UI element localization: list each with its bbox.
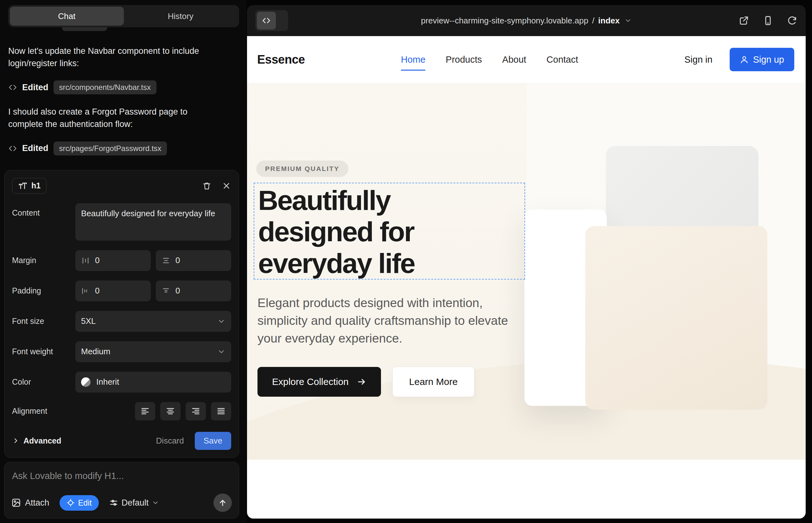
topbar-actions <box>739 15 797 26</box>
edit-mode-button[interactable]: Edit <box>59 495 99 511</box>
website-preview: Essence Home Products About Contact Sign… <box>247 36 806 519</box>
margin-vertical-value: 0 <box>175 255 180 265</box>
content-label: Content <box>12 203 75 217</box>
alignment-label: Alignment <box>12 407 75 416</box>
font-weight-value: Medium <box>81 347 110 357</box>
user-icon <box>740 55 749 64</box>
assistant-message: Now let's update the Navbar component to… <box>8 45 203 70</box>
chat-messages: Now let's update the Navbar component to… <box>0 27 246 458</box>
align-right-button[interactable] <box>186 402 206 420</box>
padding-horizontal-input[interactable]: 0 <box>75 281 151 301</box>
close-icon[interactable] <box>222 181 231 191</box>
color-swatch-icon <box>81 377 91 387</box>
margin-vertical-icon <box>161 256 170 265</box>
save-button[interactable]: Save <box>195 432 231 450</box>
color-select[interactable]: Inherit <box>75 372 231 393</box>
explore-collection-button[interactable]: Explore Collection <box>258 367 381 397</box>
text-size-icon <box>18 181 28 191</box>
tab-history[interactable]: History <box>124 7 238 26</box>
site-logo[interactable]: Essence <box>257 53 305 67</box>
edited-label: Edited <box>22 143 49 153</box>
alignment-buttons <box>75 402 231 420</box>
edited-file-row: Edited src/components/Navbar.tsx <box>8 80 246 94</box>
padding-vertical-icon <box>161 287 170 295</box>
file-pill[interactable]: src/pages/ForgotPassword.tsx <box>54 142 167 156</box>
model-default-button[interactable]: Default <box>109 498 160 508</box>
margin-vertical-input[interactable]: 0 <box>156 250 231 271</box>
nav-link-home[interactable]: Home <box>401 54 425 65</box>
trash-icon[interactable] <box>202 181 212 191</box>
padding-horizontal-value: 0 <box>95 286 100 296</box>
nav-link-contact[interactable]: Contact <box>547 54 578 65</box>
learn-more-button[interactable]: Learn More <box>392 366 474 397</box>
url-path: index <box>598 16 620 26</box>
advanced-label: Advanced <box>23 436 61 446</box>
hero-heading[interactable]: Beautifully designed for everyday life <box>254 183 463 279</box>
send-button[interactable] <box>213 493 232 512</box>
code-icon <box>8 144 17 153</box>
font-size-label: Font size <box>12 317 75 326</box>
padding-vertical-value: 0 <box>175 286 180 296</box>
tab-chat[interactable]: Chat <box>10 7 124 26</box>
align-left-button[interactable] <box>135 402 155 420</box>
sign-up-button[interactable]: Sign up <box>730 48 794 71</box>
mobile-preview-icon[interactable] <box>763 15 773 26</box>
advanced-row: Advanced Discard Save <box>12 432 231 450</box>
external-link-icon[interactable] <box>739 15 749 26</box>
hero-cta-row: Explore Collection Learn More <box>258 366 474 397</box>
element-tag-label: h1 <box>31 181 40 190</box>
arrow-right-icon <box>357 377 366 386</box>
margin-horizontal-icon <box>81 256 90 265</box>
code-icon <box>8 83 17 92</box>
element-inspector: h1 Content Beautifully designed for ever… <box>4 170 239 458</box>
chevron-down-icon[interactable] <box>624 17 632 24</box>
content-textarea[interactable]: Beautifully designed for everyday life <box>75 203 231 240</box>
font-size-value: 5XL <box>81 316 96 326</box>
align-center-button[interactable] <box>160 402 180 420</box>
padding-vertical-input[interactable]: 0 <box>156 281 231 301</box>
h1-selection-outline[interactable]: Beautifully designed for everyday life <box>254 183 525 279</box>
inspector-header: h1 <box>12 178 231 194</box>
margin-label: Margin <box>12 256 75 265</box>
margin-horizontal-input[interactable]: 0 <box>75 250 151 271</box>
padding-horizontal-icon <box>81 287 90 295</box>
site-navbar: Essence Home Products About Contact Sign… <box>247 36 806 83</box>
sliders-icon <box>109 498 119 507</box>
assistant-message: I should also create a Forgot Password p… <box>8 106 203 130</box>
font-weight-select[interactable]: Medium <box>75 341 231 362</box>
color-row: Color Inherit <box>12 372 231 393</box>
file-pill[interactable]: src/components/Navbar.tsx <box>54 80 156 94</box>
hero-section: PREMIUM QUALITY Beautifully designed for… <box>247 83 806 460</box>
target-icon <box>67 499 75 507</box>
attach-button[interactable]: Attach <box>12 498 49 508</box>
refresh-icon[interactable] <box>787 15 797 26</box>
url-bar[interactable]: preview--charming-site-symphony.lovable.… <box>421 16 632 26</box>
font-size-select[interactable]: 5XL <box>75 311 231 332</box>
chevron-down-icon <box>152 499 159 507</box>
nav-link-products[interactable]: Products <box>446 54 482 65</box>
nav-link-about[interactable]: About <box>502 54 526 65</box>
font-size-row: Font size 5XL <box>12 311 231 332</box>
sign-in-link[interactable]: Sign in <box>684 54 712 65</box>
font-weight-label: Font weight <box>12 347 75 356</box>
discard-button[interactable]: Discard <box>153 432 187 450</box>
image-icon <box>12 498 21 507</box>
advanced-toggle[interactable]: Advanced <box>12 436 61 446</box>
default-label: Default <box>122 498 149 508</box>
edited-label: Edited <box>22 83 49 92</box>
attach-label: Attach <box>25 498 49 508</box>
chevron-down-icon <box>217 317 226 325</box>
chevron-right-icon <box>12 437 20 445</box>
preview-topbar: preview--charming-site-symphony.lovable.… <box>247 5 806 36</box>
composer-toolbar: Attach Edit Default <box>12 493 232 512</box>
alignment-row: Alignment <box>12 402 231 420</box>
preview-region: preview--charming-site-symphony.lovable.… <box>246 0 812 523</box>
margin-row: Margin 0 0 <box>12 250 231 271</box>
margin-horizontal-value: 0 <box>95 255 100 265</box>
site-nav-links: Home Products About Contact <box>401 54 578 65</box>
align-justify-button[interactable] <box>211 402 231 420</box>
nav-auth-actions: Sign in Sign up <box>684 48 794 71</box>
code-toggle-button[interactable] <box>257 12 276 30</box>
url-host: preview--charming-site-symphony.lovable.… <box>421 16 588 26</box>
chat-input[interactable] <box>12 470 232 482</box>
